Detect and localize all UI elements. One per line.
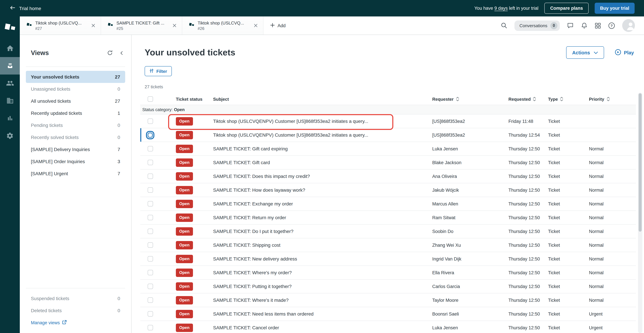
view-item[interactable]: [SAMPLE] Order Inquiries 3: [26, 155, 125, 167]
row-checkbox[interactable]: [148, 256, 153, 262]
row-checkbox[interactable]: [148, 132, 153, 138]
add-tab-button[interactable]: Add: [264, 16, 292, 34]
close-tab-icon[interactable]: [90, 22, 97, 29]
ticket-subject[interactable]: SAMPLE TICKET: New delivery address: [213, 256, 432, 262]
row-checkbox[interactable]: [148, 284, 153, 289]
back-to-trial-home-button[interactable]: Trial home: [0, 0, 48, 16]
ticket-subject[interactable]: SAMPLE TICKET: Need less items than orde…: [213, 311, 432, 316]
row-checkbox[interactable]: [148, 298, 153, 303]
view-item[interactable]: Suspended tickets 0: [26, 292, 125, 304]
sidebar-organizations-icon[interactable]: [0, 92, 20, 110]
sidebar-home-icon[interactable]: [0, 40, 20, 57]
row-checkbox[interactable]: [148, 311, 153, 316]
ticket-row[interactable]: Open SAMPLE TICKET: Do I put it together…: [140, 224, 636, 238]
ticket-row[interactable]: Open SAMPLE TICKET: Gift card expiring L…: [140, 142, 636, 156]
ticket-subject[interactable]: SAMPLE TICKET: Does this impact my credi…: [213, 174, 432, 179]
manage-views-link[interactable]: Manage views: [26, 319, 72, 326]
ticket-row[interactable]: Open SAMPLE TICKET: Gift card Blake Jack…: [140, 156, 636, 170]
row-checkbox[interactable]: [148, 160, 153, 165]
ticket-row[interactable]: Open SAMPLE TICKET: Does this impact my …: [140, 170, 636, 183]
sidebar-customers-icon[interactable]: [0, 74, 20, 92]
view-item[interactable]: [SAMPLE] Urgent 7: [26, 167, 125, 180]
ticket-row[interactable]: Open SAMPLE TICKET: Where's it made? Tay…: [140, 294, 636, 307]
ticket-subject[interactable]: Tiktok shop (USLCVQENPV) Customer [US]86…: [213, 118, 432, 124]
column-header-requested[interactable]: Requested: [508, 96, 548, 102]
row-checkbox[interactable]: [148, 174, 153, 179]
ticket-subject[interactable]: SAMPLE TICKET: Cancel order: [213, 325, 432, 330]
view-item[interactable]: [SAMPLE] Delivery Inquiries 7: [26, 143, 125, 155]
ticket-subject[interactable]: SAMPLE TICKET: Shipping cost: [213, 242, 432, 248]
view-item[interactable]: Deleted tickets 0: [26, 304, 125, 316]
ticket-subject[interactable]: SAMPLE TICKET: Gift card expiring: [213, 146, 432, 152]
ticket-subject[interactable]: Tiktok shop (USLCVQENPV) Customer [US]86…: [213, 132, 432, 138]
ticket-row[interactable]: Open SAMPLE TICKET: Return my order Ram …: [140, 211, 636, 224]
column-header-priority[interactable]: Priority: [589, 96, 636, 102]
ticket-row[interactable]: Open SAMPLE TICKET: Putting it together?…: [140, 280, 636, 294]
ticket-subject[interactable]: SAMPLE TICKET: Return my order: [213, 215, 432, 220]
sidebar-views-inbox-icon[interactable]: [0, 57, 20, 74]
ticket-subject[interactable]: SAMPLE TICKET: Do I put it together?: [213, 228, 432, 234]
ticket-row[interactable]: Open SAMPLE TICKET: Need less items than…: [140, 307, 636, 321]
vertical-scrollbar[interactable]: [638, 93, 642, 333]
close-tab-icon[interactable]: [252, 22, 259, 29]
row-checkbox[interactable]: [148, 270, 153, 275]
ticket-row[interactable]: Open SAMPLE TICKET: Shipping cost Zhang …: [140, 238, 636, 252]
view-item[interactable]: Pending tickets 0: [26, 119, 125, 131]
sort-icon[interactable]: [560, 97, 563, 102]
ticket-subject[interactable]: SAMPLE TICKET: Gift card: [213, 160, 432, 165]
ticket-row[interactable]: Open Tiktok shop (USLCVQENPV) Customer […: [140, 114, 636, 128]
compare-plans-button[interactable]: Compare plans: [544, 3, 589, 14]
view-item[interactable]: Unassigned tickets 0: [26, 83, 125, 95]
row-checkbox[interactable]: [148, 325, 153, 330]
apps-grid-icon[interactable]: [595, 22, 601, 29]
help-icon[interactable]: ?: [608, 22, 615, 29]
ticket-row[interactable]: Open Tiktok shop (USLCVQENPV) Customer […: [140, 128, 636, 142]
row-checkbox[interactable]: [148, 146, 153, 152]
sidebar-settings-icon[interactable]: [0, 127, 20, 144]
ticket-tab[interactable]: Tiktok shop (USLCVQ... #27: [20, 16, 101, 34]
view-item[interactable]: Your unsolved tickets 27: [26, 71, 125, 83]
ticket-subject[interactable]: SAMPLE TICKET: Exchange my order: [213, 201, 432, 206]
close-tab-icon[interactable]: [171, 22, 178, 29]
chat-icon[interactable]: [567, 22, 574, 29]
filter-button[interactable]: Filter: [145, 66, 172, 76]
column-header-requester[interactable]: Requester: [432, 96, 508, 102]
avatar[interactable]: [622, 19, 635, 32]
view-item[interactable]: Recently updated tickets 1: [26, 107, 125, 119]
row-checkbox[interactable]: [148, 228, 153, 234]
row-checkbox[interactable]: [148, 242, 153, 248]
conversations-pill[interactable]: Conversations 0: [514, 20, 560, 31]
scrollbar-thumb[interactable]: [639, 93, 642, 232]
ticket-row[interactable]: Open SAMPLE TICKET: Exchange my order Ma…: [140, 197, 636, 211]
actions-button[interactable]: Actions: [566, 46, 604, 59]
sidebar-reporting-icon[interactable]: [0, 110, 20, 127]
sort-icon[interactable]: [456, 97, 459, 102]
ticket-tab[interactable]: SAMPLE TICKET: Gift ... #25: [101, 16, 182, 34]
refresh-views-icon[interactable]: [107, 50, 113, 56]
row-checkbox[interactable]: [148, 118, 153, 124]
trial-days-link[interactable]: 9 days: [494, 6, 508, 11]
view-item[interactable]: Recently solved tickets 0: [26, 131, 125, 143]
ticket-row[interactable]: Open SAMPLE TICKET: Where's my order? El…: [140, 266, 636, 280]
row-checkbox[interactable]: [148, 201, 153, 206]
ticket-row[interactable]: Open SAMPLE TICKET: New delivery address…: [140, 252, 636, 266]
search-icon[interactable]: [501, 22, 508, 29]
ticket-row[interactable]: Open SAMPLE TICKET: Cancel order Luka Je…: [140, 321, 636, 333]
sort-icon[interactable]: [606, 97, 610, 102]
notifications-icon[interactable]: [581, 22, 588, 29]
collapse-panel-icon[interactable]: [119, 51, 124, 56]
sort-icon[interactable]: [533, 97, 536, 102]
ticket-row[interactable]: Open SAMPLE TICKET: How does layaway wor…: [140, 183, 636, 197]
row-checkbox[interactable]: [148, 187, 153, 193]
select-all-checkbox[interactable]: [148, 96, 153, 102]
ticket-tab[interactable]: Tiktok shop (USLCVQ... #26: [182, 16, 264, 34]
buy-your-trial-button[interactable]: Buy your trial: [595, 3, 634, 14]
column-header-type[interactable]: Type: [548, 96, 589, 102]
row-checkbox[interactable]: [148, 215, 153, 220]
view-item[interactable]: All unsolved tickets 27: [26, 95, 125, 107]
ticket-subject[interactable]: SAMPLE TICKET: Where's it made?: [213, 298, 432, 303]
ticket-subject[interactable]: SAMPLE TICKET: Putting it together?: [213, 284, 432, 289]
play-button[interactable]: Play: [613, 48, 636, 56]
ticket-subject[interactable]: SAMPLE TICKET: How does layaway work?: [213, 187, 432, 193]
ticket-subject[interactable]: SAMPLE TICKET: Where's my order?: [213, 270, 432, 275]
